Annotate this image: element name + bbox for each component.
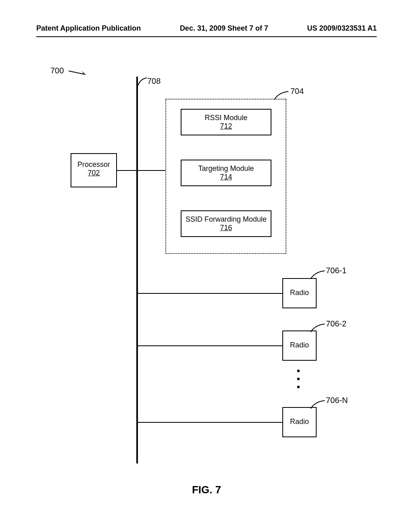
ref-700-number: 700 — [50, 66, 64, 75]
leader-706-1 — [311, 270, 326, 280]
processor-ref: 702 — [71, 169, 116, 177]
block-diagram: 700 708 Processor 702 704 RSSI Module 71… — [36, 64, 377, 468]
svg-marker-1 — [81, 71, 87, 75]
processor-bus-connector — [117, 170, 137, 171]
vertical-ellipsis-icon: ■■■ — [297, 367, 300, 391]
targeting-module-label: Targeting Module — [184, 164, 268, 173]
ssid-module-label: SSID Forwarding Module — [184, 215, 268, 224]
rssi-module-label: RSSI Module — [184, 114, 268, 122]
ref-radio-706-2: 706-2 — [326, 319, 346, 328]
radio-1-connector — [138, 293, 282, 294]
leader-706-2 — [311, 323, 326, 333]
radio-block-2: Radio — [282, 330, 317, 361]
rssi-module-ref: 712 — [184, 122, 268, 131]
rssi-module-block: RSSI Module 712 — [181, 109, 271, 135]
ssid-module-ref: 716 — [184, 224, 268, 232]
memory-bus-connector — [138, 170, 165, 171]
radio-2-connector — [138, 345, 282, 346]
arrow-icon — [68, 67, 88, 75]
processor-label: Processor — [71, 160, 116, 169]
targeting-module-ref: 714 — [184, 173, 268, 181]
leader-704 — [274, 91, 290, 101]
radio-block-n: Radio — [282, 407, 317, 437]
header-center: Dec. 31, 2009 Sheet 7 of 7 — [180, 24, 268, 33]
ssid-module-block: SSID Forwarding Module 716 — [181, 210, 271, 237]
svg-line-0 — [69, 71, 84, 74]
targeting-module-block: Targeting Module 714 — [181, 160, 271, 186]
leader-708 — [138, 77, 148, 87]
ref-bus-708: 708 — [147, 77, 161, 86]
figure-caption: FIG. 7 — [0, 484, 413, 496]
radio-block-1: Radio — [282, 278, 317, 308]
ref-memory-704: 704 — [290, 87, 304, 96]
header-divider — [36, 36, 377, 37]
ref-system-700: 700 — [50, 66, 88, 75]
ref-radio-706-n: 706-N — [326, 396, 348, 405]
system-bus-708 — [136, 77, 138, 463]
radio-n-connector — [138, 422, 282, 423]
leader-706-n — [311, 400, 326, 410]
processor-block: Processor 702 — [71, 153, 117, 187]
header-right: US 2009/0323531 A1 — [307, 24, 377, 33]
page-header: Patent Application Publication Dec. 31, … — [0, 24, 413, 33]
header-left: Patent Application Publication — [36, 24, 141, 33]
ref-radio-706-1: 706-1 — [326, 266, 346, 275]
